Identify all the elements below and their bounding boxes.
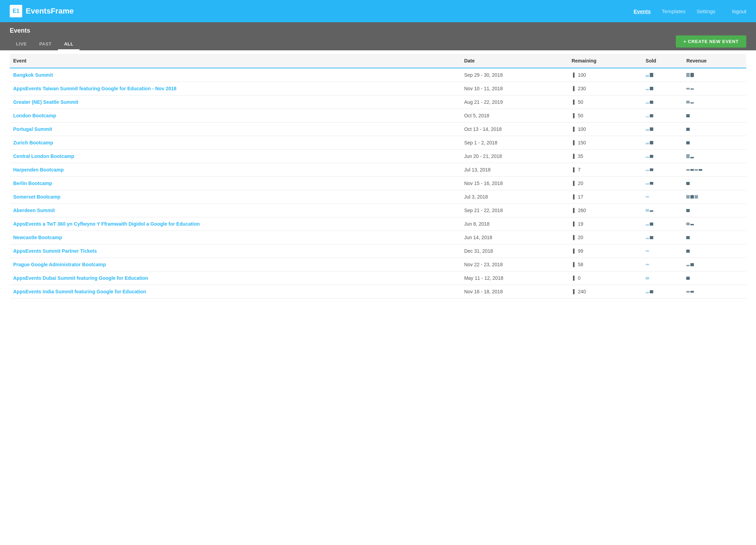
sold-bar (650, 101, 653, 104)
event-link[interactable]: AppsEvents Summit Partner Tickets (13, 248, 97, 254)
remaining-cell: ▐50 (568, 109, 642, 123)
revenue-bar (686, 169, 690, 171)
event-cell: Harpenden Bootcamp (10, 163, 461, 177)
ticket-icon: ▐ (572, 289, 577, 294)
event-cell: Central London Bootcamp (10, 150, 461, 163)
remaining-cell: ▐17 (568, 190, 642, 204)
event-link[interactable]: AppsEvents India Summit featuring Google… (13, 289, 146, 294)
sold-cell (642, 231, 683, 244)
remaining-cell: ▐0 (568, 271, 642, 285)
revenue-cell (683, 231, 746, 244)
create-new-event-button[interactable]: + CREATE NEW EVENT (676, 35, 746, 48)
revenue-bar (690, 291, 694, 293)
event-link[interactable]: Bangkok Summit (13, 72, 53, 78)
event-link[interactable]: AppsEvents Taiwan Summit featuring Googl… (13, 86, 176, 91)
sold-cell (642, 109, 683, 123)
sold-bar (646, 238, 649, 239)
revenue-cell (683, 163, 746, 177)
sold-bar (646, 183, 649, 185)
event-link[interactable]: Greater (NE) Seattle Summit (13, 99, 78, 105)
revenue-bar (690, 169, 694, 171)
table-row: Portugal SummitOct 13 - 14, 2018▐100 (10, 123, 746, 136)
subheader-row: Events LIVE PAST ALL + CREATE NEW EVENT (10, 27, 746, 50)
event-link[interactable]: AppsEvents Dubai Summit featuring Google… (13, 275, 148, 281)
date-cell: Jun 20 - 21, 2018 (461, 150, 568, 163)
sold-bar (646, 116, 649, 117)
remaining-cell: ▐20 (568, 177, 642, 190)
sold-cell (642, 217, 683, 231)
event-link[interactable]: Somerset Bootcamp (13, 194, 60, 200)
table-row: AppsEvents Dubai Summit featuring Google… (10, 271, 746, 285)
event-cell: Prague Google Administrator Bootcamp (10, 258, 461, 271)
tab-bar: LIVE PAST ALL (10, 39, 79, 50)
revenue-bar (690, 224, 694, 225)
revenue-cell (683, 150, 746, 163)
event-cell: AppsEvents a TwT 360 yn Cyflwyno Y Ffram… (10, 217, 461, 231)
event-cell: Somerset Bootcamp (10, 190, 461, 204)
nav-events[interactable]: Events (633, 8, 650, 14)
event-link[interactable]: AppsEvents a TwT 360 yn Cyflwyno Y Ffram… (13, 221, 200, 227)
remaining-cell: ▐19 (568, 217, 642, 231)
revenue-bar (686, 195, 690, 199)
revenue-cell (683, 244, 746, 258)
revenue-cell (683, 136, 746, 150)
event-link[interactable]: Portugal Summit (13, 126, 52, 132)
sold-bar (646, 196, 649, 198)
revenue-bar (686, 88, 690, 90)
subheader-left: Events LIVE PAST ALL (10, 27, 79, 50)
table-row: Berlin BootcampNov 15 - 16, 2018▐20 (10, 177, 746, 190)
ticket-icon: ▐ (572, 127, 577, 132)
sold-bar (646, 264, 649, 265)
ticket-icon: ▐ (572, 167, 577, 172)
sold-bar (650, 236, 653, 239)
sold-bar (650, 223, 653, 226)
revenue-bar (690, 195, 694, 199)
sold-cell (642, 95, 683, 109)
nav-settings[interactable]: Settings (697, 8, 715, 14)
revenue-bar (686, 182, 690, 185)
ticket-icon: ▐ (572, 86, 577, 91)
table-row: Zurich BootcampSep 1 - 2, 2018▐150 (10, 136, 746, 150)
event-link[interactable]: Aberdeen Summit (13, 208, 55, 213)
date-cell: Nov 15 - 16, 2018 (461, 177, 568, 190)
remaining-cell: ▐260 (568, 204, 642, 217)
event-link[interactable]: Central London Bootcamp (13, 153, 74, 159)
revenue-bar (690, 263, 694, 266)
sold-bar (646, 224, 649, 226)
logout-link[interactable]: logout (732, 8, 746, 14)
event-cell: AppsEvents Taiwan Summit featuring Googl… (10, 82, 461, 95)
tab-all[interactable]: ALL (58, 39, 80, 50)
tab-past[interactable]: PAST (33, 39, 58, 50)
tab-live[interactable]: LIVE (10, 39, 33, 50)
remaining-cell: ▐20 (568, 231, 642, 244)
sold-cell (642, 285, 683, 299)
events-table: Event Date Remaining Sold Revenue Bangko… (10, 54, 746, 299)
ticket-icon: ▐ (572, 221, 577, 226)
event-link[interactable]: Newcastle Bootcamp (13, 235, 62, 240)
sold-bar (646, 75, 649, 77)
sold-bar (646, 209, 649, 212)
ticket-icon: ▐ (572, 194, 577, 199)
event-cell: Aberdeen Summit (10, 204, 461, 217)
sold-cell (642, 123, 683, 136)
revenue-cell (683, 68, 746, 82)
date-cell: May 11 - 12, 2018 (461, 271, 568, 285)
sold-bar (646, 250, 649, 252)
table-row: London BootcampOct 5, 2018▐50 (10, 109, 746, 123)
table-row: Newcastle BootcampJun 14, 2018▐20 (10, 231, 746, 244)
nav-templates[interactable]: Templates (662, 8, 686, 14)
revenue-bar (686, 141, 690, 144)
event-link[interactable]: Zurich Bootcamp (13, 140, 53, 145)
date-cell: Jul 13, 2018 (461, 163, 568, 177)
sold-cell (642, 150, 683, 163)
event-link[interactable]: London Bootcamp (13, 113, 56, 118)
event-link[interactable]: Prague Google Administrator Bootcamp (13, 262, 106, 267)
ticket-icon: ▐ (572, 140, 577, 145)
revenue-cell (683, 177, 746, 190)
event-link[interactable]: Berlin Bootcamp (13, 181, 52, 186)
revenue-cell (683, 109, 746, 123)
date-cell: Jul 3, 2018 (461, 190, 568, 204)
event-link[interactable]: Harpenden Bootcamp (13, 167, 64, 173)
date-cell: Dec 31, 2018 (461, 244, 568, 258)
revenue-bar (699, 169, 702, 171)
